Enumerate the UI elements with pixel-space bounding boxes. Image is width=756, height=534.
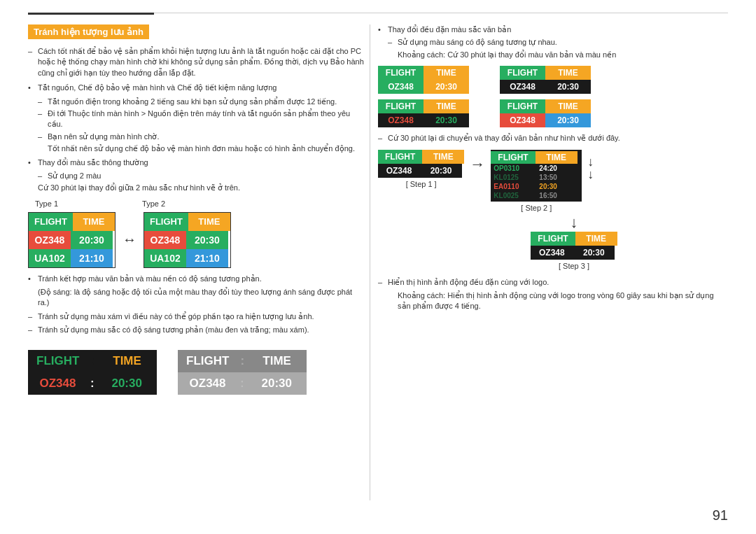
content-left: Tránh hiện tượng lưu ảnh – Cách tốt nhất… (28, 24, 364, 513)
sub1-2-text: Đi tới Thuộc tính màn hình > Nguồn điện … (48, 108, 364, 130)
colon-cell2: : (237, 372, 247, 395)
sub-logo: Khoảng cách: Hiển thị hình ảnh động cùng… (388, 290, 728, 312)
dash-logo-text: Hiển thị hình ảnh động đều đặn cùng với … (388, 277, 549, 288)
board-row3: UA102 21:10 (29, 249, 115, 267)
rb4-time: TIME (545, 99, 591, 113)
swap-arrow-icon: ↔ (122, 232, 136, 248)
dash3: – Tránh sử dụng màu sắc có độ sáng tương… (28, 325, 364, 335)
sub1-2: – Đi tới Thuộc tính màn hình > Nguồn điệ… (38, 108, 364, 130)
black-board-container: FLIGHT : TIME OZ348 : 20:30 (28, 350, 157, 395)
time-label: TIME (73, 213, 115, 231)
sub2-2: Cứ 30 phút lại thay đổi giữa 2 màu sắc n… (38, 183, 364, 193)
sub2-1-text: Sử dụng 2 màu (48, 171, 101, 181)
flight-label: FLIGHT (144, 213, 188, 231)
bullet1: • Tắt nguồn, Chế độ bảo vệ màn hình và C… (28, 83, 364, 93)
scroll-flight: FLIGHT (491, 151, 535, 164)
time-2110: 21:10 (186, 249, 228, 267)
step2-scroll-board: FLIGHT TIME OP0310 24:20 KL0125 13:50 EA… (491, 150, 582, 202)
scroll-time2: 13:50 (539, 174, 557, 181)
oz348-cell: OZ348 (28, 372, 88, 395)
dash3-text: Tránh sử dụng màu sắc có độ sáng tương p… (38, 325, 309, 335)
s1-flight: FLIGHT (378, 150, 422, 164)
time-2110: 21:10 (71, 249, 113, 267)
sub-dash: – (38, 132, 48, 142)
right-board-3: FLIGHT TIME OZ348 20:30 (378, 99, 494, 127)
rb2-2030: 20:30 (545, 80, 591, 94)
rb4-row2: OZ348 20:30 (500, 113, 616, 127)
dash-symbol: – (28, 325, 38, 335)
step1-block: FLIGHT TIME OZ348 20:30 [ Step 1 ] (378, 150, 464, 188)
gray-board-row1: FLIGHT : TIME (178, 350, 307, 372)
vertical-divider (370, 24, 370, 500)
step2-label: [ Step 2 ] (521, 204, 552, 212)
gray-board-row2: OZ348 : 20:30 (178, 372, 307, 395)
step1-board: FLIGHT TIME OZ348 20:30 (378, 150, 464, 178)
arrow-down-step3-icon: ↓ (570, 213, 578, 232)
dash-intro-text: Cách tốt nhất để bảo vệ sản phẩm khỏi hi… (38, 46, 364, 78)
flight-cell: FLIGHT (178, 350, 237, 372)
oz348-label: OZ348 (29, 231, 71, 249)
black-board-row1: FLIGHT : TIME (28, 350, 157, 372)
right-board-2: FLIGHT TIME OZ348 20:30 (500, 66, 616, 94)
sub-dash: – (38, 108, 48, 130)
top-rule-dark (28, 13, 154, 15)
sub1-3: – Bạn nên sử dụng màn hình chờ. (38, 132, 364, 142)
scroll-row2: KL0125 13:50 (491, 173, 582, 182)
s1-time: TIME (422, 150, 464, 164)
s1-2030: 20:30 (420, 164, 462, 178)
rb4-row1: FLIGHT TIME (500, 99, 616, 113)
rb1-2030: 20:30 (424, 80, 469, 94)
right-sub1-1: – Sử dụng màu sáng có độ sáng tương tự n… (388, 37, 728, 48)
right-sub1-2: Khoảng cách: Cứ 30 phút lại thay đổi màu… (388, 50, 728, 60)
rb2-time: TIME (545, 66, 591, 80)
scroll-time1: 24:20 (539, 164, 557, 172)
step1-label: [ Step 1 ] (406, 180, 437, 188)
scroll-row1: OP0310 24:20 (491, 164, 582, 173)
right-sub1-1-text: Sử dụng màu sáng có độ sáng tương tự nha… (398, 37, 557, 48)
rb2-flight: FLIGHT (500, 66, 545, 80)
colon-cell: : (88, 350, 97, 372)
rb4-oz: OZ348 (500, 113, 545, 127)
right-boards-grid: FLIGHT TIME OZ348 20:30 FLIGHT TIME OZ34… (378, 66, 616, 127)
bullet3-text: Tránh kết hợp màu văn bản và màu nền có … (38, 274, 262, 284)
sub2-1: – Sử dụng 2 màu (38, 171, 364, 181)
bullet-symbol: • (28, 274, 38, 284)
dash-intro: – Cách tốt nhất để bảo vệ sản phẩm khỏi … (28, 46, 364, 78)
time-label: TIME (188, 213, 230, 231)
right-board-4: FLIGHT TIME OZ348 20:30 (500, 99, 616, 127)
bullet3: • Tránh kết hợp màu văn bản và màu nền c… (28, 274, 364, 284)
type2-label: Type 2 (142, 199, 165, 208)
scroll-row4: KL0025 16:50 (491, 191, 582, 200)
board-row2: OZ348 20:30 (29, 231, 115, 249)
scroll-time4: 16:50 (539, 192, 557, 199)
sub-dash: – (38, 171, 48, 181)
type2-board: FLIGHT TIME OZ348 20:30 UA102 21:10 (144, 212, 231, 268)
time2030-cell: 20:30 (97, 372, 157, 395)
board-row1: FLIGHT TIME (144, 213, 230, 231)
step2-block: FLIGHT TIME OP0310 24:20 KL0125 13:50 EA… (491, 150, 582, 212)
scroll-time: TIME (536, 151, 578, 164)
sub1-1-text: Tắt nguồn điện trong khoảng 2 tiếng sau … (48, 97, 337, 107)
sub1-4-text: Tốt nhất nên sử dụng chế độ bảo vệ màn h… (48, 143, 355, 154)
dash-logo: – Hiển thị hình ảnh động đều đặn cùng vớ… (378, 277, 728, 288)
rb3-2030: 20:30 (424, 113, 469, 127)
time-2030: 20:30 (71, 231, 113, 249)
rb4-flight: FLIGHT (500, 99, 545, 113)
colon-cell2: : (88, 372, 97, 395)
colon-cell: : (237, 350, 247, 372)
flight-cell: FLIGHT (28, 350, 88, 372)
scroll-code4: KL0025 (493, 192, 539, 199)
board-row3: UA102 21:10 (144, 249, 230, 267)
scroll-row3: EA0110 20:30 (491, 182, 582, 191)
board-row2: OZ348 20:30 (144, 231, 230, 249)
sub-dash: – (38, 97, 48, 107)
s1-row1: FLIGHT TIME (378, 150, 464, 164)
steps-row: FLIGHT TIME OZ348 20:30 [ Step 1 ] → (378, 150, 728, 212)
s3-time: TIME (575, 232, 617, 246)
time-2030: 20:30 (186, 231, 228, 249)
s3-2030: 20:30 (573, 246, 615, 260)
scroll-code2: KL0125 (493, 174, 539, 181)
dash-step-text: Cứ 30 phút lại di chuyển và thay đổi văn… (388, 133, 620, 143)
s3-row1: FLIGHT TIME (531, 232, 617, 246)
rb3-time: TIME (424, 99, 469, 113)
